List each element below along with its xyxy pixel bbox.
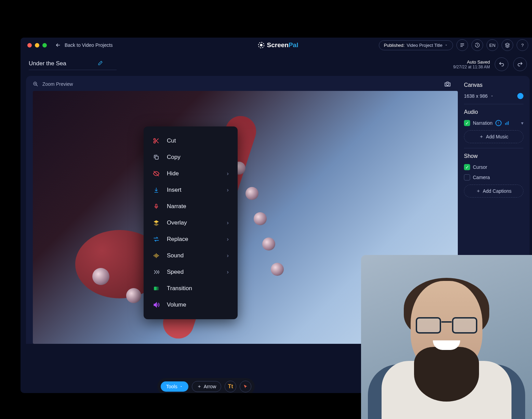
ctx-item-replace[interactable]: Replace›	[144, 231, 238, 247]
camera-icon	[444, 81, 451, 87]
publish-title: Video Project Title	[407, 43, 442, 48]
cursor-row[interactable]: ✓ Cursor	[464, 164, 523, 170]
publish-status: Published:	[384, 43, 405, 48]
edit-icon	[97, 60, 103, 66]
chevron-right-icon: ›	[227, 219, 229, 226]
speed-icon	[152, 269, 160, 275]
svg-point-8	[154, 141, 156, 143]
add-arrow-button[interactable]: ＋Arrow	[192, 381, 222, 392]
ctx-item-hide[interactable]: Hide›	[144, 165, 238, 182]
close-window-button[interactable]	[27, 43, 32, 48]
minimize-window-button[interactable]	[35, 43, 39, 48]
chevron-right-icon: ›	[227, 236, 229, 243]
svg-rect-4	[505, 123, 506, 125]
history-icon	[475, 42, 480, 48]
ctx-label: Speed	[167, 269, 184, 275]
help-button[interactable]: ?	[517, 39, 528, 51]
add-captions-button[interactable]: ＋Add Captions	[464, 185, 523, 198]
canvas-size-value: 1638 x 986	[464, 93, 488, 99]
chevron-right-icon: ›	[227, 170, 229, 177]
svg-point-1	[260, 44, 262, 46]
autosave-status: Auto Saved 9/27/22 at 11:38 AM	[453, 59, 490, 69]
ctx-label: Insert	[167, 187, 182, 193]
cursor-label: Cursor	[473, 164, 487, 170]
list-icon	[460, 42, 465, 48]
svg-rect-9	[155, 156, 158, 159]
history-button[interactable]	[471, 39, 483, 51]
svg-rect-10	[156, 204, 157, 207]
window-controls	[27, 43, 47, 48]
ctx-item-volume[interactable]: Volume	[144, 297, 238, 313]
sound-icon	[152, 252, 160, 259]
add-music-button[interactable]: ＋Add Music	[464, 130, 523, 143]
replace-icon	[152, 236, 160, 243]
chevron-right-icon: ›	[227, 187, 229, 193]
tools-dropdown-button[interactable]: Tools	[161, 381, 188, 392]
svg-rect-14	[157, 254, 158, 257]
titlebar: Back to Video Projects ScreenPal Publish…	[21, 38, 532, 53]
tools-label: Tools	[166, 384, 177, 389]
narration-checkbox[interactable]: ✓	[464, 120, 470, 126]
cursor-checkbox[interactable]: ✓	[464, 164, 470, 170]
language-button[interactable]: EN	[487, 39, 498, 51]
ctx-label: Copy	[167, 154, 181, 161]
insert-icon	[152, 187, 160, 193]
svg-rect-6	[508, 121, 508, 125]
svg-point-7	[154, 138, 156, 140]
text-tool-button[interactable]: Tt	[225, 381, 236, 392]
layers-button[interactable]	[502, 39, 513, 51]
snapshot-button[interactable]	[444, 81, 451, 87]
autosave-label: Auto Saved	[453, 59, 490, 65]
ctx-item-speed[interactable]: Speed›	[144, 264, 238, 280]
ctx-item-cut[interactable]: Cut	[144, 133, 238, 149]
publish-dropdown[interactable]: Published: Video Project Title	[379, 40, 453, 50]
ctx-item-sound[interactable]: Sound›	[144, 247, 238, 264]
undo-icon	[498, 61, 505, 67]
ctx-item-overlay[interactable]: Overlay›	[144, 215, 238, 231]
svg-rect-5	[506, 122, 507, 125]
narration-row[interactable]: ✓ Narration ! ▾	[464, 120, 523, 126]
cut-icon	[152, 137, 160, 144]
chevron-down-icon[interactable]: ▾	[521, 120, 523, 126]
project-title-field[interactable]: Under the Sea	[29, 59, 117, 70]
layers-icon	[505, 42, 510, 48]
cursor-tool-button[interactable]	[240, 381, 251, 392]
ctx-item-insert[interactable]: Insert›	[144, 182, 238, 198]
camera-row[interactable]: Camera	[464, 174, 523, 180]
edit-title-button[interactable]	[97, 60, 103, 66]
undo-button[interactable]	[495, 57, 508, 71]
brand-logo: ScreenPal	[257, 41, 298, 49]
ctx-item-copy[interactable]: Copy	[144, 149, 238, 165]
redo-button[interactable]	[513, 57, 527, 71]
svg-rect-11	[154, 255, 155, 256]
zoom-icon[interactable]	[33, 81, 38, 87]
brand-text-a: Screen	[267, 41, 289, 49]
add-music-label: Add Music	[486, 134, 508, 139]
arrow-label: Arrow	[204, 384, 216, 389]
redo-icon	[517, 61, 523, 67]
copy-icon	[152, 154, 160, 160]
zoom-preview-label[interactable]: Zoom Preview	[42, 81, 73, 87]
narration-alert-icon[interactable]: !	[495, 120, 502, 126]
ctx-label: Sound	[167, 252, 184, 259]
ctx-label: Transition	[167, 285, 192, 292]
chevron-down-icon	[490, 94, 494, 98]
ctx-item-transition[interactable]: Transition	[144, 280, 238, 297]
brand-text-b: Pal	[289, 41, 298, 49]
ctx-label: Overlay	[167, 219, 187, 226]
webcam-overlay[interactable]	[361, 255, 532, 419]
overlay-icon	[152, 219, 160, 226]
canvas-size-dropdown[interactable]: 1638 x 986	[464, 93, 523, 99]
audio-level-icon[interactable]	[504, 120, 510, 126]
camera-checkbox[interactable]	[464, 174, 470, 180]
chevron-down-icon	[444, 43, 448, 47]
list-button[interactable]	[456, 39, 468, 51]
chevron-right-icon: ›	[227, 269, 229, 275]
canvas-color-swatch[interactable]	[517, 93, 523, 99]
svg-rect-15	[158, 255, 159, 256]
arrow-left-icon	[55, 42, 61, 48]
ctx-item-narrate[interactable]: Narrate	[144, 198, 238, 215]
back-to-projects-button[interactable]: Back to Video Projects	[55, 42, 113, 48]
volume-icon	[152, 301, 160, 308]
maximize-window-button[interactable]	[42, 43, 47, 48]
